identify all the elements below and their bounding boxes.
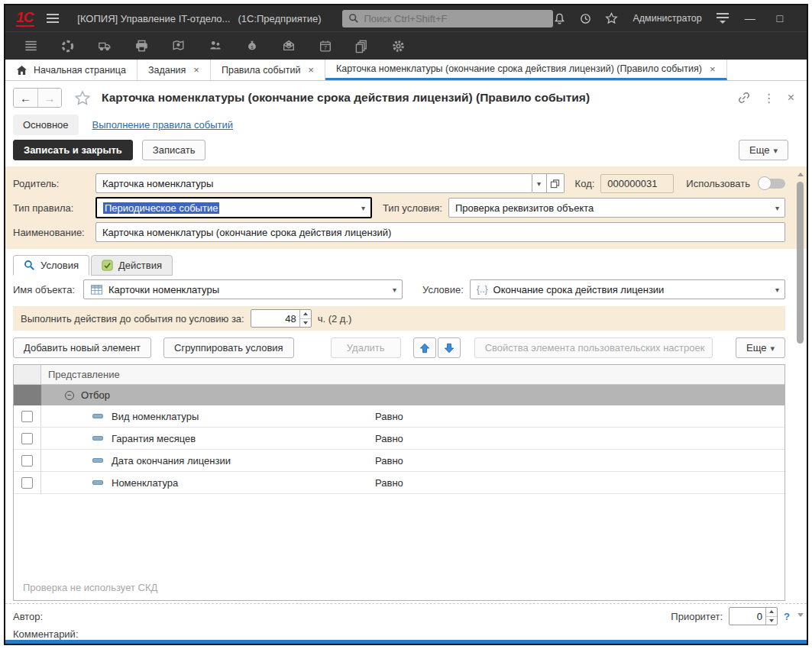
favorite-star-icon[interactable]	[74, 90, 91, 106]
list-menu-icon[interactable]	[24, 39, 38, 53]
back-button[interactable]: ←	[14, 89, 37, 107]
comparison-type: Равно	[375, 472, 785, 493]
rule-type-combobox[interactable]: Периодическое событие ▾	[95, 197, 372, 218]
object-name-combobox[interactable]: Карточки номенклатуры ▾	[83, 279, 403, 299]
tab-conditions[interactable]: Условия	[13, 255, 89, 276]
minimize-button[interactable]: —	[742, 11, 759, 26]
close-tab-icon[interactable]: ×	[308, 64, 314, 76]
conditions-toolbar: Добавить новый элемент Сгруппировать усл…	[13, 337, 785, 358]
service-menu-icon[interactable]	[717, 13, 729, 24]
close-window-button[interactable]: ×	[801, 11, 808, 26]
use-toggle[interactable]	[758, 176, 785, 190]
timing-input[interactable]: 48	[251, 309, 312, 328]
more-actions-icon[interactable]: ⋮	[763, 91, 775, 105]
condition-dropdown-icon[interactable]: ▾	[770, 286, 785, 294]
favorites-star-icon[interactable]	[605, 12, 618, 24]
timing-suffix: ч. (2 д.)	[318, 313, 352, 324]
row-checkbox[interactable]	[21, 433, 33, 444]
table-row[interactable]: Номенклатура Равно	[14, 472, 785, 494]
table-row[interactable]: Дата окончания лицензии Равно	[14, 450, 785, 472]
priority-spinner[interactable]	[765, 608, 777, 625]
vertical-scrollbar[interactable]	[796, 170, 804, 619]
group-conditions-button[interactable]: Сгруппировать условия	[163, 337, 294, 358]
priority-input[interactable]: 0	[729, 607, 778, 625]
save-button[interactable]: Записать	[142, 140, 206, 160]
timing-spinner[interactable]	[299, 310, 311, 327]
home-icon	[16, 65, 27, 76]
calendar-icon[interactable]: 7	[319, 39, 332, 53]
search-icon	[24, 260, 35, 271]
mail-icon[interactable]	[281, 39, 296, 53]
table-header: Представление	[14, 365, 785, 385]
scroll-up-icon[interactable]	[797, 170, 804, 179]
truck-icon[interactable]	[97, 39, 112, 53]
gear-icon[interactable]	[391, 39, 406, 53]
tab-event-rules[interactable]: Правила событий ×	[211, 60, 325, 80]
scrollbar-track[interactable]	[796, 179, 804, 611]
get-link-icon[interactable]	[737, 91, 751, 105]
chevron-down-icon: ▾	[773, 146, 778, 155]
close-form-icon[interactable]: ×	[788, 91, 794, 105]
row-checkbox[interactable]	[21, 477, 33, 489]
map-icon[interactable]	[171, 39, 186, 53]
object-dropdown-icon[interactable]: ▾	[387, 286, 402, 294]
code-field: 000000031	[600, 174, 674, 193]
move-up-button[interactable]	[413, 337, 436, 358]
add-element-button[interactable]: Добавить новый элемент	[13, 337, 151, 358]
nav-main[interactable]: Основное	[13, 115, 79, 135]
tab-tasks[interactable]: Задания ×	[137, 60, 211, 80]
tab-actions[interactable]: Действия	[91, 255, 173, 276]
history-icon[interactable]	[579, 12, 592, 25]
rule-type-dropdown-icon[interactable]: ▾	[356, 204, 370, 212]
maximize-button[interactable]: □	[772, 11, 788, 26]
group-row-filter[interactable]: − Отбор	[14, 385, 785, 405]
money-bag-icon[interactable]: s	[245, 39, 259, 53]
forward-button[interactable]: →	[37, 89, 61, 107]
documents-icon[interactable]	[354, 39, 369, 53]
search-input[interactable]: Поиск Ctrl+Shift+F	[342, 10, 553, 27]
condition-combobox[interactable]: {..} Окончание срока действия лицензии ▾	[470, 279, 785, 299]
table-more-button[interactable]: Еще▾	[736, 337, 785, 358]
form-header-actions: ⋮ ×	[737, 91, 794, 105]
table-row[interactable]: Гарантия месяцев Равно	[14, 428, 785, 450]
close-tab-icon[interactable]: ×	[710, 63, 716, 75]
move-down-button[interactable]	[438, 337, 461, 358]
crosshair-icon[interactable]	[60, 39, 75, 53]
table-row[interactable]: Вид номенклатуры Равно	[14, 405, 785, 428]
row-checkbox[interactable]	[21, 455, 33, 467]
conditions-table: Представление − Отбор Вид номенклатуры Р…	[13, 364, 785, 601]
user-settings-properties-button[interactable]: Свойства элемента пользовательских настр…	[474, 337, 713, 358]
help-icon[interactable]: ?	[784, 611, 790, 622]
close-tab-icon[interactable]: ×	[193, 64, 199, 76]
name-field[interactable]: Карточка номенклатуры (окончание срока д…	[95, 222, 785, 242]
main-fields-panel: Родитель: Карточка номенклатуры ▾ Код: 0…	[5, 166, 807, 249]
history-nav-buttons: ← →	[13, 88, 62, 108]
condition-name: Номенклатура	[112, 477, 178, 489]
people-icon[interactable]	[208, 39, 223, 53]
scroll-down-icon[interactable]	[797, 611, 804, 619]
form-navigation: Основное Выполнение правила событий	[5, 111, 807, 137]
save-and-close-button[interactable]: Записать и закрыть	[13, 140, 133, 160]
notifications-bell-icon[interactable]	[553, 12, 566, 25]
delete-button[interactable]: Удалить	[331, 337, 401, 358]
printer-icon[interactable]	[134, 39, 149, 53]
use-label: Использовать	[686, 178, 750, 189]
column-header-presentation[interactable]: Представление	[41, 365, 785, 384]
scrollbar-thumb[interactable]	[797, 182, 804, 344]
parent-dropdown-icon[interactable]: ▾	[532, 173, 547, 193]
parent-field[interactable]: Карточка номенклатуры	[95, 173, 532, 193]
nav-rule-execution[interactable]: Выполнение правила событий	[92, 119, 234, 131]
tab-home[interactable]: Начальная страница	[5, 60, 137, 80]
tab-label: Условия	[40, 260, 79, 271]
condition-type-combobox[interactable]: Проверка реквизитов объекта ▾	[448, 198, 785, 218]
condition-type-dropdown-icon[interactable]: ▾	[770, 204, 785, 212]
current-user[interactable]: Администратор	[632, 13, 701, 24]
chevron-down-icon: ▾	[770, 344, 775, 353]
comparison-type: Равно	[375, 405, 785, 427]
parent-open-icon[interactable]	[547, 173, 565, 193]
tab-current-rule[interactable]: Карточка номенклатуры (окончание срока д…	[325, 60, 727, 80]
collapse-icon[interactable]: −	[65, 391, 74, 400]
row-checkbox[interactable]	[21, 411, 33, 422]
more-button[interactable]: Еще▾	[739, 140, 788, 160]
main-menu-icon[interactable]	[47, 14, 59, 23]
